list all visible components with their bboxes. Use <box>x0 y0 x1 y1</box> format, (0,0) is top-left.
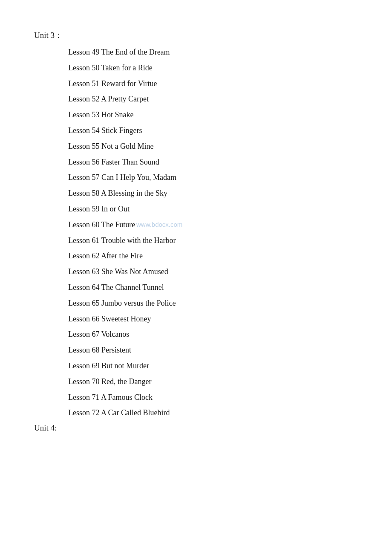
list-item: Lesson 62 After the Fire <box>68 250 358 262</box>
list-item: Lesson 50 Taken for a Ride <box>68 62 358 74</box>
list-item: Lesson 52 A Pretty Carpet <box>68 93 358 105</box>
list-item: Lesson 69 But not Murder <box>68 360 358 372</box>
list-item: Lesson 71 A Famous Clock <box>68 391 358 404</box>
list-item: Lesson 68 Persistent <box>68 344 358 356</box>
list-item: Lesson 56 Faster Than Sound <box>68 156 358 168</box>
list-item: Lesson 49 The End of the Dream <box>68 46 358 58</box>
list-item: Lesson 72 A Car Called Bluebird <box>68 407 358 419</box>
list-item: Lesson 64 The Channel Tunnel <box>68 281 358 294</box>
list-item: Lesson 59 In or Out <box>68 203 358 215</box>
list-item: Lesson 70 Red, the Danger <box>68 376 358 388</box>
list-item: Lesson 55 Not a Gold Mine <box>68 140 358 153</box>
watermark: www.bdocx.com <box>136 220 182 230</box>
list-item: Lesson 61 Trouble with the Harbor <box>68 234 358 247</box>
page-content: Unit 3：Lesson 49 The End of the DreamLes… <box>34 30 358 433</box>
list-item: Lesson 51 Reward for Virtue <box>68 78 358 90</box>
unit-heading-unit3: Unit 3： <box>34 30 358 41</box>
list-item: Lesson 53 Hot Snake <box>68 109 358 121</box>
list-item: Lesson 65 Jumbo versus the Police <box>68 297 358 309</box>
lesson-list-unit3: Lesson 49 The End of the DreamLesson 50 … <box>34 46 358 419</box>
list-item: Lesson 57 Can I Help You, Madam <box>68 171 358 184</box>
list-item: Lesson 58 A Blessing in the Sky <box>68 187 358 199</box>
list-item: Lesson 67 Volcanos <box>68 328 358 341</box>
list-item: Lesson 60 The Futurewww.bdocx.com <box>68 219 358 231</box>
unit-heading-unit4: Unit 4: <box>34 423 358 433</box>
list-item: Lesson 63 She Was Not Amused <box>68 266 358 278</box>
list-item: Lesson 66 Sweetest Honey <box>68 313 358 325</box>
list-item: Lesson 54 Stick Fingers <box>68 124 358 137</box>
